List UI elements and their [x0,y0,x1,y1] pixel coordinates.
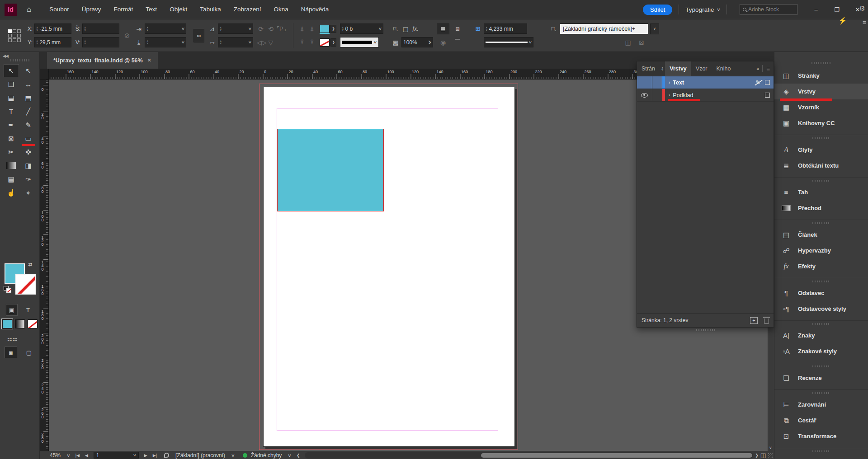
scale-y-field[interactable]: ∧∨ ∨ [145,37,186,47]
chevron-down-icon[interactable]: ∨ [181,27,185,31]
gap-tool[interactable]: ↔ [21,78,36,91]
flip-horizontal-icon[interactable]: ◁▷ [257,39,265,46]
height-field[interactable]: ∧∨ [82,37,119,47]
select-content-icon[interactable]: ⍋ [308,25,316,33]
scissors-tool[interactable]: ✂ [4,145,19,159]
layer-select-square[interactable] [765,93,770,98]
chevron-down-icon[interactable]: ∨ [248,27,252,31]
apply-color-button[interactable] [2,319,12,328]
chevron-down-icon[interactable]: ∨ [650,23,659,34]
opacity-field[interactable]: 100% ❯ [401,37,433,47]
stroke-menu-arrow-icon[interactable]: ❯ [330,38,336,47]
gradient-feather-tool[interactable]: ◨ [21,159,36,172]
preflight-icon[interactable] [164,453,169,458]
next-page-button[interactable]: ▶ [144,453,147,458]
layer-select-square[interactable] [765,80,770,85]
dock-item-transformace[interactable]: ⊡Transformace [774,428,868,444]
pen-tool[interactable]: ✒ [4,118,19,131]
stepper-icon[interactable]: ∧∨ [342,27,344,31]
dock-item-str-nky[interactable]: ◫Stránky [774,68,868,84]
frame-icon[interactable]: ▢ [401,25,410,33]
dock-item-obt-k-n-textu[interactable]: ≣Obtékání textu [774,158,868,173]
last-page-button[interactable]: ▶| [153,453,157,458]
stepper-icon[interactable]: ∧∨ [220,27,222,31]
tab-layers[interactable]: Vrstvy [665,61,691,76]
chevron-down-icon[interactable]: ∨ [132,453,137,457]
scroll-down-icon[interactable]: ∨ [769,445,772,450]
y-field[interactable]: ∧∨ 29,5 mm [34,37,71,47]
close-tab-icon[interactable]: ✕ [147,57,151,63]
tab-libraries[interactable]: Kniho [712,61,736,76]
zoom-level[interactable]: 45% [50,452,61,459]
stepper-icon[interactable]: ∧∨ [146,40,148,45]
fill-color-swatch[interactable] [320,25,330,33]
dock-item-p-echod[interactable]: Přechod [774,200,868,216]
dock-item-recenze[interactable]: ❏Recenze [774,370,868,386]
horizontal-scrollbar-thumb[interactable] [481,453,752,458]
single-line-composer-icon[interactable]: ⧈ [451,23,464,34]
zoom-tool[interactable]: ⌖ [21,186,36,199]
constrain-scale-icon[interactable]: ∞ [193,29,204,42]
select-next-icon[interactable]: ⍒ [308,38,316,46]
zoom-chevron-icon[interactable]: ∨ [66,453,71,458]
dock-item-odstavec[interactable]: ¶Odstavec [774,285,868,301]
select-container-icon[interactable]: ⍋ [298,25,306,33]
scroll-right-icon[interactable]: ❯ [755,453,759,458]
pencil-tool[interactable]: ✎ [21,118,36,131]
layer-lock-cell[interactable] [652,89,662,101]
dock-item-knihovny-cc[interactable]: ▣Knihovny CC [774,115,868,131]
expand-arrow-icon[interactable]: › [669,93,670,98]
stepper-icon[interactable]: ∧∨ [36,27,38,31]
horizontal-scrollbar[interactable] [305,452,754,459]
control-panel-menu-icon[interactable]: ≡ [863,19,866,26]
tab-swatches[interactable]: Vzor [691,61,712,76]
stepper-icon[interactable]: ∧∨ [486,27,487,31]
menu-item-formát[interactable]: Formát [108,0,140,19]
paragraph-composer-icon[interactable]: ≣ [437,23,449,34]
dock-item-vrstvy[interactable]: ◈Vrstvy [774,84,868,99]
errors-status[interactable]: Žádné chyby [251,452,282,459]
delete-layer-icon[interactable] [764,318,769,324]
apply-none-button[interactable] [28,319,38,328]
chevron-right-icon[interactable]: ❯ [428,40,432,44]
previous-page-button[interactable]: ◀ [85,453,88,458]
normal-view-mode-icon[interactable]: ◙ [5,347,17,358]
chevron-down-icon[interactable]: ∨ [181,40,185,44]
shear-field[interactable]: ∧∨ ∨ [218,37,253,47]
layer-visibility-cell[interactable] [637,89,652,101]
frame-tool[interactable]: ⊠ [4,132,19,145]
dock-item--l-nek[interactable]: ▤Článek [774,227,868,243]
tab-scroll-icon[interactable]: ⇕ [660,61,665,76]
default-fill-stroke-icon[interactable] [4,286,12,293]
direct-selection-tool[interactable]: ↖ [21,64,36,77]
formatting-affects-text-icon[interactable]: T [22,304,34,316]
menu-item-soubor[interactable]: Soubor [43,0,75,19]
hand-tool[interactable]: ☝ [4,186,19,199]
spread-view-icon[interactable]: ◫ [760,452,766,459]
width-field[interactable]: ∧∨ [82,23,119,34]
panel-resize-grip[interactable] [696,329,716,331]
selection-tool[interactable]: ↖ [4,64,19,77]
apply-gradient-button[interactable] [15,319,25,328]
punctuation-p-icon[interactable]: ⌜P⌟ [277,25,285,32]
ruler-origin-corner[interactable] [40,69,49,80]
corner-proxy-icon[interactable]: ⊞ [474,25,482,32]
content-collector-tool[interactable]: ⬓ [4,91,19,104]
reference-point-proxy[interactable] [8,29,21,42]
span-columns-icon[interactable]: ▔ [451,37,464,48]
expand-arrow-icon[interactable]: › [669,80,670,85]
dock-item-znakov-styly[interactable]: ▫AZnakové styly [774,343,868,359]
menu-item-objekt[interactable]: Objekt [163,0,193,19]
page-tool[interactable]: ❏ [4,78,19,91]
export-options-icon[interactable]: ◫ [624,39,632,46]
menu-item-tabulka[interactable]: Tabulka [193,0,227,19]
adobe-stock-search[interactable]: Adobe Stock [740,4,797,15]
first-page-button[interactable]: |◀ [75,453,80,458]
fx-icon[interactable]: fx. [411,25,420,33]
layer-row-podklad[interactable]: ›Podklad [637,89,774,102]
chevron-down-icon[interactable]: ∨ [373,40,377,44]
dock-item-cest-[interactable]: ⧉Cestář [774,412,868,428]
menu-item-text[interactable]: Text [139,0,163,19]
gear-icon[interactable]: ⚙ [859,5,865,13]
layer-row-text[interactable]: ›Text✎ [637,76,774,89]
